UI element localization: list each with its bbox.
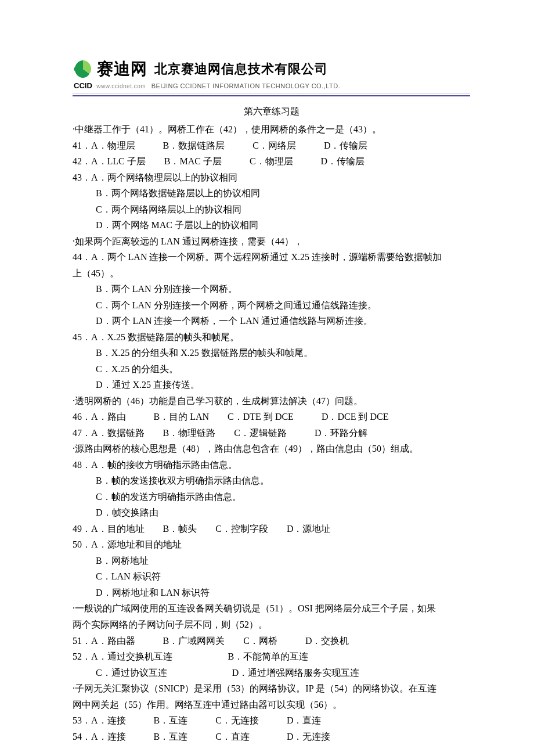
text-line: C．通过协议互连 D．通过增强网络服务实现互连: [73, 665, 470, 681]
text-line: C．两个网络网络层以上的协议相同: [73, 201, 470, 218]
text-line: ·如果两个距离较远的 LAN 通过网桥连接，需要（44），: [73, 233, 470, 250]
text-line: 46．A．路由 B．目的 LAN C．DTE 到 DCE D．DCE 到 DCE: [73, 409, 470, 425]
text-line: D．两个 LAN 连接一个网桥，一个 LAN 通过通信线路与网桥连接。: [73, 313, 470, 329]
text-line: 54．A．连接 B．互连 C．直连 D．无连接: [73, 729, 470, 745]
text-line: 47．A．数据链路 B．物理链路 C．逻辑链路 D．环路分解: [73, 425, 470, 441]
logo-icon: [73, 59, 93, 80]
exercise-content: ·中继器工作于（41）。网桥工作在（42），使用网桥的条件之一是（43）。41．…: [73, 121, 470, 744]
text-line: ·一般说的广域网使用的互连设备网关确切说是（51）。OSI 把网络层分成三个子层…: [73, 600, 470, 617]
text-line: 41．A．物理层 B．数据链路层 C．网络层 D．传输层: [73, 138, 470, 154]
text-line: 上（45）。: [73, 265, 470, 282]
page-header: 赛迪网 北京赛迪网信息技术有限公司: [73, 58, 470, 80]
text-line: D．网桥地址和 LAN 标识符: [73, 585, 470, 601]
domain-label: www.ccidnet.com: [96, 83, 146, 89]
text-line: 两个实际网络的子网访问子层不同，则（52）。: [73, 617, 470, 633]
header-rule: [73, 93, 470, 96]
text-line: B．帧的发送接收双方明确指示路由信息。: [73, 473, 470, 489]
chapter-title: 第六章练习题: [73, 106, 470, 118]
text-line: C．X.25 的分组头。: [73, 361, 470, 377]
logo: 赛迪网: [73, 58, 147, 80]
text-line: 51．A．路由器 B．广域网网关 C．网桥 D．交换机: [73, 633, 470, 649]
header-subline: CCID www.ccidnet.com BEIJING CCIDNET INF…: [73, 81, 470, 90]
text-line: C．帧的发送方明确指示路由信息。: [73, 489, 470, 505]
text-line: B．X.25 的分组头和 X.25 数据链路层的帧头和帧尾。: [73, 345, 470, 361]
text-line: 53．A．连接 B．互连 C．无连接 D．直连: [73, 712, 470, 729]
company-name-cn: 北京赛迪网信息技术有限公司: [154, 60, 328, 78]
text-line: C．LAN 标识符: [73, 568, 470, 585]
ccid-label: CCID: [74, 81, 92, 90]
text-line: 网中网关起（55）作用。网络互连中通过路由器可以实现（56）。: [73, 697, 470, 713]
text-line: 42．A．LLC 子层 B．MAC 子层 C．物理层 D．传输层: [73, 153, 470, 170]
text-line: 43．A．两个网络物理层以上的协议相同: [73, 170, 470, 186]
text-line: 49．A．目的地址 B．帧头 C．控制字段 D．源地址: [73, 521, 470, 537]
text-line: B．网桥地址: [73, 553, 470, 569]
text-line: 45．A．X.25 数据链路层的帧头和帧尾。: [73, 329, 470, 345]
text-line: ·子网无关汇聚协议（SNICP）是采用（53）的网络协议。IP 是（54）的网络…: [73, 681, 470, 697]
text-line: ·中继器工作于（41）。网桥工作在（42），使用网桥的条件之一是（43）。: [73, 121, 470, 138]
text-line: 52．A．通过交换机互连 B．不能简单的互连: [73, 649, 470, 665]
text-line: 50．A．源地址和目的地址: [73, 537, 470, 553]
company-name-en: BEIJING CCIDNET INFORMATION TECHNOLOGY C…: [151, 82, 341, 89]
text-line: ·源路由网桥的核心思想是（48），路由信息包含在（49），路由信息由（50）组成…: [73, 441, 470, 457]
text-line: D．通过 X.25 直接传送。: [73, 377, 470, 393]
text-line: ·透明网桥的（46）功能是自己学习获的，生成树算法解决（47）问题。: [73, 393, 470, 409]
text-line: D．两个网络 MAC 子层以上的协议相同: [73, 217, 470, 233]
text-line: C．两个 LAN 分别连接一个网桥，两个网桥之间通过通信线路连接。: [73, 297, 470, 314]
text-line: D．帧交换路由: [73, 505, 470, 521]
text-line: B．两个 LAN 分别连接一个网桥。: [73, 281, 470, 297]
text-line: B．两个网络数据链路层以上的协议相同: [73, 185, 470, 201]
text-line: 44．A．两个 LAN 连接一个网桥。两个远程网桥通过 X.25 连接时，源端桥…: [73, 249, 470, 265]
logo-text-cn: 赛迪网: [97, 58, 147, 80]
text-line: 48．A．帧的接收方明确指示路由信息。: [73, 457, 470, 473]
document-page: 赛迪网 北京赛迪网信息技术有限公司 CCID www.ccidnet.com B…: [0, 0, 534, 756]
